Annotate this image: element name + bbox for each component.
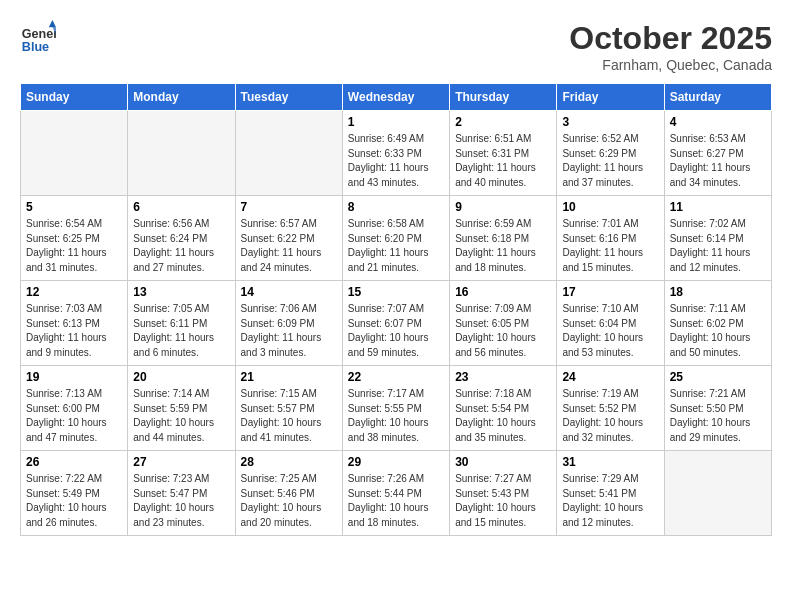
calendar-cell: 13Sunrise: 7:05 AMSunset: 6:11 PMDayligh… [128, 281, 235, 366]
day-number: 10 [562, 200, 658, 214]
calendar-cell: 15Sunrise: 7:07 AMSunset: 6:07 PMDayligh… [342, 281, 449, 366]
day-header-friday: Friday [557, 84, 664, 111]
day-number: 23 [455, 370, 551, 384]
day-info: Sunrise: 6:52 AMSunset: 6:29 PMDaylight:… [562, 132, 658, 190]
calendar-cell: 6Sunrise: 6:56 AMSunset: 6:24 PMDaylight… [128, 196, 235, 281]
day-info: Sunrise: 7:18 AMSunset: 5:54 PMDaylight:… [455, 387, 551, 445]
day-number: 11 [670, 200, 766, 214]
logo: General Blue [20, 20, 56, 56]
svg-marker-2 [49, 20, 56, 27]
calendar-cell: 25Sunrise: 7:21 AMSunset: 5:50 PMDayligh… [664, 366, 771, 451]
calendar-cell: 9Sunrise: 6:59 AMSunset: 6:18 PMDaylight… [450, 196, 557, 281]
day-info: Sunrise: 6:53 AMSunset: 6:27 PMDaylight:… [670, 132, 766, 190]
day-info: Sunrise: 7:22 AMSunset: 5:49 PMDaylight:… [26, 472, 122, 530]
calendar-cell: 10Sunrise: 7:01 AMSunset: 6:16 PMDayligh… [557, 196, 664, 281]
calendar-cell: 20Sunrise: 7:14 AMSunset: 5:59 PMDayligh… [128, 366, 235, 451]
day-info: Sunrise: 7:07 AMSunset: 6:07 PMDaylight:… [348, 302, 444, 360]
day-info: Sunrise: 6:49 AMSunset: 6:33 PMDaylight:… [348, 132, 444, 190]
calendar-cell: 26Sunrise: 7:22 AMSunset: 5:49 PMDayligh… [21, 451, 128, 536]
day-number: 12 [26, 285, 122, 299]
day-number: 13 [133, 285, 229, 299]
calendar-cell: 30Sunrise: 7:27 AMSunset: 5:43 PMDayligh… [450, 451, 557, 536]
calendar-cell: 16Sunrise: 7:09 AMSunset: 6:05 PMDayligh… [450, 281, 557, 366]
day-info: Sunrise: 7:11 AMSunset: 6:02 PMDaylight:… [670, 302, 766, 360]
day-number: 25 [670, 370, 766, 384]
day-number: 30 [455, 455, 551, 469]
day-number: 8 [348, 200, 444, 214]
day-info: Sunrise: 7:10 AMSunset: 6:04 PMDaylight:… [562, 302, 658, 360]
month-title: October 2025 [569, 20, 772, 57]
day-info: Sunrise: 6:54 AMSunset: 6:25 PMDaylight:… [26, 217, 122, 275]
day-info: Sunrise: 7:25 AMSunset: 5:46 PMDaylight:… [241, 472, 337, 530]
day-info: Sunrise: 6:58 AMSunset: 6:20 PMDaylight:… [348, 217, 444, 275]
day-info: Sunrise: 7:17 AMSunset: 5:55 PMDaylight:… [348, 387, 444, 445]
day-number: 28 [241, 455, 337, 469]
day-info: Sunrise: 6:51 AMSunset: 6:31 PMDaylight:… [455, 132, 551, 190]
day-number: 17 [562, 285, 658, 299]
title-block: October 2025 Farnham, Quebec, Canada [569, 20, 772, 73]
day-number: 29 [348, 455, 444, 469]
day-number: 6 [133, 200, 229, 214]
calendar-cell: 23Sunrise: 7:18 AMSunset: 5:54 PMDayligh… [450, 366, 557, 451]
week-row-4: 19Sunrise: 7:13 AMSunset: 6:00 PMDayligh… [21, 366, 772, 451]
calendar-cell: 7Sunrise: 6:57 AMSunset: 6:22 PMDaylight… [235, 196, 342, 281]
day-number: 18 [670, 285, 766, 299]
day-info: Sunrise: 7:26 AMSunset: 5:44 PMDaylight:… [348, 472, 444, 530]
day-number: 1 [348, 115, 444, 129]
calendar-table: SundayMondayTuesdayWednesdayThursdayFrid… [20, 83, 772, 536]
day-header-monday: Monday [128, 84, 235, 111]
week-row-3: 12Sunrise: 7:03 AMSunset: 6:13 PMDayligh… [21, 281, 772, 366]
day-number: 21 [241, 370, 337, 384]
day-number: 27 [133, 455, 229, 469]
calendar-cell: 11Sunrise: 7:02 AMSunset: 6:14 PMDayligh… [664, 196, 771, 281]
calendar-cell [664, 451, 771, 536]
day-info: Sunrise: 7:01 AMSunset: 6:16 PMDaylight:… [562, 217, 658, 275]
day-info: Sunrise: 7:21 AMSunset: 5:50 PMDaylight:… [670, 387, 766, 445]
calendar-header-row: SundayMondayTuesdayWednesdayThursdayFrid… [21, 84, 772, 111]
day-number: 14 [241, 285, 337, 299]
day-header-wednesday: Wednesday [342, 84, 449, 111]
day-info: Sunrise: 7:29 AMSunset: 5:41 PMDaylight:… [562, 472, 658, 530]
day-number: 4 [670, 115, 766, 129]
logo-icon: General Blue [20, 20, 56, 56]
page-header: General Blue October 2025 Farnham, Quebe… [20, 20, 772, 73]
day-info: Sunrise: 7:15 AMSunset: 5:57 PMDaylight:… [241, 387, 337, 445]
day-number: 2 [455, 115, 551, 129]
day-info: Sunrise: 7:02 AMSunset: 6:14 PMDaylight:… [670, 217, 766, 275]
week-row-5: 26Sunrise: 7:22 AMSunset: 5:49 PMDayligh… [21, 451, 772, 536]
day-info: Sunrise: 7:09 AMSunset: 6:05 PMDaylight:… [455, 302, 551, 360]
day-info: Sunrise: 7:05 AMSunset: 6:11 PMDaylight:… [133, 302, 229, 360]
day-number: 31 [562, 455, 658, 469]
day-number: 20 [133, 370, 229, 384]
calendar-cell: 27Sunrise: 7:23 AMSunset: 5:47 PMDayligh… [128, 451, 235, 536]
calendar-cell [21, 111, 128, 196]
calendar-cell: 17Sunrise: 7:10 AMSunset: 6:04 PMDayligh… [557, 281, 664, 366]
calendar-cell [235, 111, 342, 196]
day-number: 5 [26, 200, 122, 214]
calendar-cell: 1Sunrise: 6:49 AMSunset: 6:33 PMDaylight… [342, 111, 449, 196]
day-info: Sunrise: 7:06 AMSunset: 6:09 PMDaylight:… [241, 302, 337, 360]
day-number: 19 [26, 370, 122, 384]
day-info: Sunrise: 6:57 AMSunset: 6:22 PMDaylight:… [241, 217, 337, 275]
day-number: 26 [26, 455, 122, 469]
calendar-cell: 21Sunrise: 7:15 AMSunset: 5:57 PMDayligh… [235, 366, 342, 451]
calendar-cell [128, 111, 235, 196]
calendar-cell: 22Sunrise: 7:17 AMSunset: 5:55 PMDayligh… [342, 366, 449, 451]
calendar-cell: 5Sunrise: 6:54 AMSunset: 6:25 PMDaylight… [21, 196, 128, 281]
day-number: 24 [562, 370, 658, 384]
calendar-cell: 29Sunrise: 7:26 AMSunset: 5:44 PMDayligh… [342, 451, 449, 536]
day-header-thursday: Thursday [450, 84, 557, 111]
day-info: Sunrise: 7:27 AMSunset: 5:43 PMDaylight:… [455, 472, 551, 530]
day-info: Sunrise: 7:14 AMSunset: 5:59 PMDaylight:… [133, 387, 229, 445]
day-info: Sunrise: 7:03 AMSunset: 6:13 PMDaylight:… [26, 302, 122, 360]
day-number: 15 [348, 285, 444, 299]
calendar-cell: 31Sunrise: 7:29 AMSunset: 5:41 PMDayligh… [557, 451, 664, 536]
day-info: Sunrise: 7:19 AMSunset: 5:52 PMDaylight:… [562, 387, 658, 445]
week-row-2: 5Sunrise: 6:54 AMSunset: 6:25 PMDaylight… [21, 196, 772, 281]
day-header-sunday: Sunday [21, 84, 128, 111]
day-number: 16 [455, 285, 551, 299]
svg-text:Blue: Blue [22, 40, 49, 54]
day-header-saturday: Saturday [664, 84, 771, 111]
day-info: Sunrise: 6:59 AMSunset: 6:18 PMDaylight:… [455, 217, 551, 275]
day-number: 22 [348, 370, 444, 384]
